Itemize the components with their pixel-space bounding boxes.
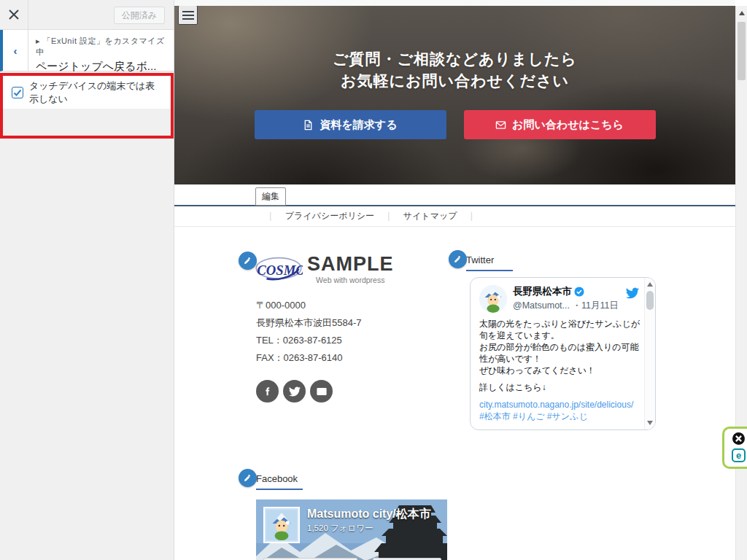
twitter-widget: Twitter [452,253,656,560]
nav-separator: ｜ [467,210,476,222]
postal-code: 〒000-0000 [256,297,433,314]
facebook-widget: Facebook [241,472,433,560]
preview-top-strip [174,0,735,6]
document-icon [303,120,314,131]
hamburger-menu-button[interactable] [178,6,198,25]
envelope-icon [495,120,506,131]
twitter-icon [289,386,301,397]
chevron-left-icon: ‹ [14,44,18,57]
fax-number: FAX：0263-87-6140 [256,349,433,367]
tweet-author-handle-and-date[interactable]: @Matsumot... ・11月11日 [513,300,619,312]
verified-badge-icon [574,287,584,297]
footer-logo-block: COSMO SAMPLE Web with wordpress [241,253,433,285]
cosmo-logo: COSMO [255,253,303,285]
touch-device-setting-row: タッチデバイスの端末では表示しない [3,76,171,109]
pencil-icon [243,473,252,483]
tweet-card: 長野県松本市 @Matsumot... ・11月11日 太陽の光をたっぷりと浴び… [470,277,656,430]
extension-overlay: e [722,427,747,469]
twitter-social-button[interactable] [283,380,306,402]
edit-twitter-widget-shortcut[interactable] [449,250,467,268]
mascot-avatar [479,285,507,313]
hero-title-line1: ご質問・ご相談などありましたら [174,48,735,70]
facebook-page-card[interactable]: Matsumoto city/松本市 1,520 フォロワー f ページをフォロ… [256,499,447,560]
footer-social-icons [256,380,433,402]
edit-shortcut-row: 編集 [174,184,735,206]
facebook-page-avatar[interactable] [263,507,300,543]
customizer-header: 公開済み [0,0,174,30]
email-social-button[interactable] [310,380,333,402]
tel-number: TEL：0263-87-6125 [256,332,433,349]
nav-separator: ｜ [384,210,393,222]
preview-scrollbar-thumb[interactable] [738,22,746,80]
pencil-icon [453,254,462,264]
close-icon [735,435,742,442]
touch-device-checkbox[interactable] [12,87,23,98]
mail-icon [316,386,328,397]
facebook-followers-count: 1,520 フォロワー [307,523,374,534]
pencil-icon [243,256,252,265]
site-logo-tagline: Web with wordpress [307,276,394,284]
tweet-card-scrollbar[interactable] [644,278,655,429]
extension-e-icon[interactable]: e [732,448,746,462]
tweet-author-avatar[interactable] [479,285,507,313]
touch-device-checkbox-label: タッチデバイスの端末では表示しない [29,79,162,106]
close-customizer-button[interactable] [0,0,28,29]
customizer-sidebar: 公開済み ‹ ▸ 「ExUnit 設定」をカスタマイズ中 ページトップへ戻るボ.… [0,0,174,560]
hamburger-icon [182,11,194,12]
edit-logo-shortcut[interactable] [239,252,257,270]
sitemap-link[interactable]: サイトマップ [403,210,457,222]
facebook-icon [262,386,274,397]
site-footer: COSMO SAMPLE Web with wordpress 〒000-000… [174,227,735,560]
footer-nav: ｜ プライバシーポリシー ｜ サイトマップ ｜ [174,206,735,227]
tweet-text: 太陽の光をたっぷりと浴びたサンふじが 旬を迎えています。 お尻の部分が飴色のもの… [479,318,640,376]
published-button[interactable]: 公開済み [114,7,165,24]
contact-us-button[interactable]: お問い合わせはこちら [464,110,656,139]
hero-title-line2: お気軽にお問い合わせください [174,70,735,92]
facebook-page-name[interactable]: Matsumoto city/松本市 [307,507,431,522]
scroll-up-icon[interactable] [739,11,745,15]
privacy-policy-link[interactable]: プライバシーポリシー [285,210,374,222]
svg-text:COSMO: COSMO [257,262,303,278]
hero-title: ご質問・ご相談などありましたら お気軽にお問い合わせください [174,48,735,92]
nav-separator: ｜ [266,210,275,222]
edit-facebook-widget-shortcut[interactable] [239,469,257,487]
close-icon [9,9,19,20]
tweet-scrollbar-thumb[interactable] [646,291,654,310]
back-button[interactable]: ‹ [3,30,28,71]
facebook-social-button[interactable] [256,380,279,402]
checkmark-icon [13,88,22,97]
edit-button[interactable]: 編集 [255,187,286,206]
preview-scrollbar[interactable] [735,6,747,560]
site-preview: ご質問・ご相談などありましたら お気軽にお問い合わせください 資料を請求する お… [174,0,735,560]
request-documents-button[interactable]: 資料を請求する [255,110,446,139]
scroll-up-icon[interactable] [647,282,653,287]
tweet-more-label: 詳しくはこちら↓ [479,381,640,393]
twitter-widget-title: Twitter [466,254,513,271]
panel-title: ページトップへ戻るボ... [36,60,171,74]
site-logo-text: SAMPLE [307,254,394,274]
scroll-down-icon[interactable] [647,421,653,425]
facebook-widget-title: Facebook [256,473,303,490]
tweet-hashtags[interactable]: #松本市 #りんご #サンふじ [479,411,640,422]
hero-section: ご質問・ご相談などありましたら お気軽にお問い合わせください 資料を請求する お… [174,6,735,184]
highlighted-setting-box: タッチデバイスの端末では表示しない [0,73,174,139]
extension-close-button[interactable] [732,432,745,445]
street-address: 長野県松本市波田5584-7 [256,314,433,332]
tweet-link[interactable]: city.matsumoto.nagano.jp/site/delicious/ [479,399,640,411]
breadcrumb: ▸ 「ExUnit 設定」をカスタマイズ中 [36,36,171,58]
mascot-avatar [266,510,297,540]
footer-address: 〒000-0000 長野県松本市波田5584-7 TEL：0263-87-612… [256,297,433,367]
twitter-bird-icon[interactable] [626,287,639,300]
tweet-author-name[interactable]: 長野県松本市 [513,285,572,298]
panel-header: ‹ ▸ 「ExUnit 設定」をカスタマイズ中 ページトップへ戻るボ... [0,30,174,71]
